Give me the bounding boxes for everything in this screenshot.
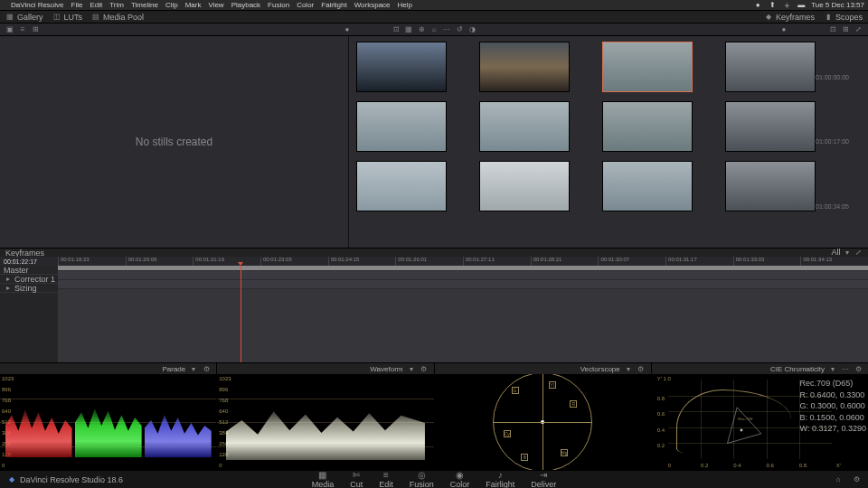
cie-gamut-triangle: Rec.709 [701,403,791,446]
menu-trim[interactable]: Trim [109,1,124,9]
keyframes-ruler[interactable]: 00:01:22:17 00:01:18:23 00:01:20:09 00:0… [0,257,868,266]
playhead[interactable] [241,266,241,362]
view-icon[interactable]: ⊞ [841,25,850,34]
clip-thumb-selected[interactable] [602,42,693,92]
ruler-tick: 00:01:33:03 [733,257,801,266]
waveform-luma [226,403,425,461]
home-icon[interactable]: ⌂ [834,475,843,484]
scope-title[interactable]: Waveform [370,365,402,373]
view-icon[interactable]: ▦ [404,25,413,34]
page-fairlight[interactable]: ♪Fairlight [486,470,514,488]
menu-edit[interactable]: Edit [90,1,102,9]
clip-thumb[interactable] [725,101,816,152]
clip-thumb[interactable] [479,42,570,92]
chevron-down-icon[interactable]: ▾ [189,364,198,373]
svg-marker-0 [728,408,761,444]
clip-thumb[interactable] [602,101,693,152]
clock[interactable]: Tue 5 Dec 13:57 [811,1,864,9]
menu-view[interactable]: View [208,1,223,9]
view-icon[interactable]: ⌕ [429,25,439,34]
clip-thumb[interactable] [479,161,570,211]
chevron-down-icon[interactable]: ▾ [624,364,633,373]
tool-icon[interactable]: ▣ [5,25,14,34]
track-label[interactable]: Master [0,266,58,275]
view-icon[interactable]: ⊕ [417,25,426,34]
mediapool-toggle[interactable]: ▤Media Pool [91,13,144,22]
menu-color[interactable]: Color [297,1,314,9]
tool-icon[interactable]: ◑ [467,25,476,34]
page-deliver[interactable]: ⇥Deliver [531,470,556,488]
ruler-tick: 00:01:26:01 [395,257,463,266]
keyframe-body[interactable] [58,266,868,362]
wifi-icon[interactable]: ⏚ [782,1,791,10]
slider-dot-icon[interactable]: ● [343,25,352,34]
luts-toggle[interactable]: ◫LUTs [52,13,83,22]
app-name[interactable]: DaVinci Resolve [11,1,64,9]
reset-icon[interactable]: ↺ [455,25,464,34]
tool-icon[interactable]: ≡ [18,25,27,34]
menu-workspace[interactable]: Workspace [354,1,391,9]
settings-icon[interactable]: ⚙ [202,364,211,373]
project-settings-icon[interactable]: ⚙ [852,475,861,484]
resolve-logo-icon[interactable]: ◆ [7,475,16,484]
track-label[interactable]: ▸Corrector 1 [0,275,58,284]
track-label[interactable]: ▸Sizing [0,284,58,293]
settings-icon[interactable]: ⚙ [637,364,646,373]
menu-timeline[interactable]: Timeline [131,1,158,9]
scopes-toggle[interactable]: ▮Scopes [824,13,863,22]
view-icon[interactable]: ⊡ [828,25,837,34]
scope-title[interactable]: CIE Chromaticity [770,365,825,373]
expand-icon[interactable]: ⤢ [854,25,863,34]
menu-fairlight[interactable]: Fairlight [321,1,346,9]
menu-fusion[interactable]: Fusion [268,1,289,9]
more-icon[interactable]: ⋯ [442,25,451,34]
menu-help[interactable]: Help [398,1,412,9]
target-mg: Mg [561,449,568,456]
view-icon[interactable]: ⊡ [392,25,401,34]
version-label: DaVinci Resolve Studio 18.6 [20,475,123,484]
clip-thumb[interactable] [725,42,816,92]
svg-point-2 [741,429,743,432]
chevron-right-icon[interactable]: ▸ [4,284,13,293]
menu-clip[interactable]: Clip [165,1,178,9]
keyframes-toggle[interactable]: ◆Keyframes [764,13,815,22]
menu-mark[interactable]: Mark [185,1,202,9]
status-icon[interactable]: ● [753,1,762,10]
battery-icon[interactable]: ▬ [797,1,806,10]
clip-thumb[interactable] [602,161,693,211]
clip-thumb[interactable] [479,101,570,152]
clip-thumb[interactable] [725,161,816,211]
settings-icon[interactable]: ⚙ [420,364,429,373]
page-edit[interactable]: ≡Edit [379,470,393,488]
ruler-tick: 00:01:27:11 [463,257,531,266]
mediapool-icon: ▤ [91,13,100,22]
page-cut[interactable]: ✄Cut [350,470,363,488]
menu-file[interactable]: File [71,1,83,9]
keyframes-header: Keyframes All ▾ ⤢ [0,248,868,257]
scope-title[interactable]: Vectorscope [580,365,620,373]
chevron-right-icon[interactable]: ▸ [4,275,13,284]
clip-thumb[interactable] [356,42,447,92]
page-media[interactable]: ▦Media [312,470,335,488]
keyframes-filter[interactable]: All [832,248,841,257]
status-icon[interactable]: ⬆ [768,1,777,10]
clip-thumb[interactable] [356,161,447,211]
settings-icon[interactable]: ⚙ [854,364,863,373]
chevron-down-icon[interactable]: ▾ [407,364,416,373]
tool-icon[interactable]: ⊞ [31,25,40,34]
ruler-tick: 00:01:31:17 [665,257,733,266]
slider-dot-icon[interactable]: ● [779,25,788,34]
page-fusion[interactable]: ◎Fusion [410,470,434,488]
scopes-icon: ▮ [824,13,833,22]
cie-ylabel: Y' 1.0 [657,376,671,381]
page-color[interactable]: ◉Color [450,470,470,488]
menu-playback[interactable]: Playback [231,1,260,9]
gallery-empty-text: No stills created [136,136,212,148]
scope-title[interactable]: Parade [162,365,185,373]
gallery-toggle[interactable]: ▦Gallery [5,13,43,22]
ruler-tick: 00:01:24:15 [328,257,396,266]
chevron-down-icon[interactable]: ▾ [828,364,837,373]
clip-thumb[interactable] [356,101,447,152]
more-icon[interactable]: ⋯ [841,364,850,373]
target-r: R [570,400,577,408]
